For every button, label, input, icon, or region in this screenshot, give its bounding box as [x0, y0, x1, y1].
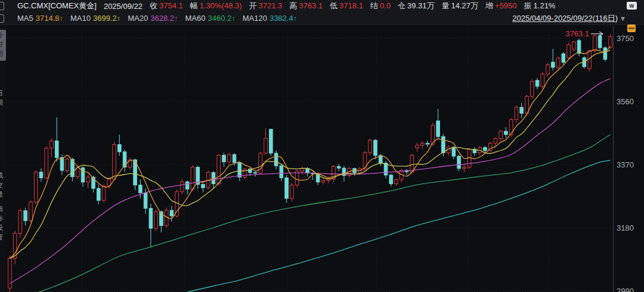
candles — [8, 34, 612, 292]
candlestick-chart[interactable]: 375035603370318029903763.1 — [0, 0, 644, 292]
y-axis-label: 2990 — [617, 287, 634, 292]
toolbar-item-clipped[interactable]: 标 — [0, 215, 6, 222]
toolbar-item-clipped[interactable]: 图 — [0, 50, 6, 57]
ma5-line — [10, 46, 610, 258]
toolbar-item-clipped[interactable]: 分 — [0, 32, 6, 39]
gridlines — [7, 27, 613, 292]
arrow-right-icon — [591, 32, 603, 36]
toolbar-item-clipped[interactable]: 置 — [0, 234, 6, 241]
toolbar-item-clipped[interactable]: 交 — [0, 181, 6, 188]
y-axis-label: 3180 — [617, 223, 634, 232]
trading-app-window: GC.CMX[COMEX黄金] 2025/09/22 收3754.1幅1.30%… — [0, 0, 644, 292]
toolbar-item-clipped[interactable]: 成 — [0, 172, 6, 179]
toolbar-item-clipped[interactable]: 指 — [0, 205, 6, 212]
y-axis-label: 3370 — [617, 160, 634, 169]
ma10-line — [10, 50, 610, 258]
toolbar-item-clipped[interactable]: 日 — [0, 89, 6, 97]
y-axis-label: 3560 — [617, 97, 634, 106]
y-axis-label: 3750 — [617, 34, 634, 43]
left-toolbar-clipped[interactable]: 分时图日周成交量指标设置 — [0, 25, 6, 292]
ma120-line — [10, 160, 610, 292]
toolbar-item-clipped[interactable]: 时 — [0, 41, 6, 48]
toolbar-item-clipped[interactable]: 周 — [0, 99, 6, 106]
toolbar-item-clipped[interactable]: 量 — [0, 191, 6, 198]
last-high-annotation: 3763.1 — [565, 29, 589, 38]
ma60-line — [10, 135, 610, 292]
toolbar-item-clipped[interactable]: 设 — [0, 224, 6, 231]
